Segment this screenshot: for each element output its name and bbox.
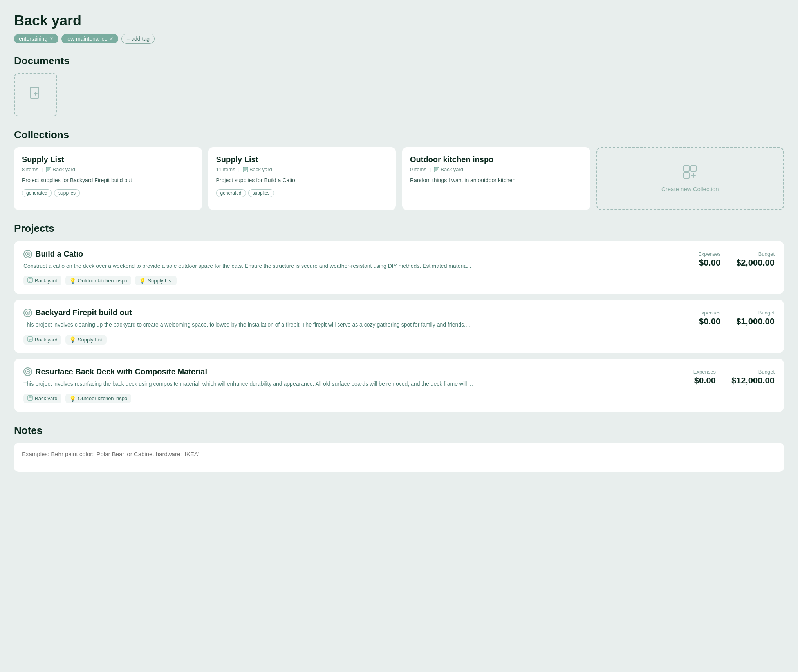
collection-count-0: 8 items: [22, 166, 38, 172]
project-expenses-2: Expenses $0.00: [693, 369, 716, 386]
collection-meta-0: 8 items | Back yard: [22, 166, 194, 172]
collection-title-2: Outdoor kitchen inspo: [410, 155, 582, 164]
bulb-icon: 💡: [139, 278, 146, 284]
project-links-1: Back yard 💡 Supply List: [23, 335, 690, 345]
tag-entertaining-remove[interactable]: ✕: [49, 36, 54, 42]
collection-desc-0: Project supplies for Backyard Firepit bu…: [22, 176, 194, 184]
project-expenses-1: Expenses $0.00: [698, 310, 720, 327]
collection-meta-1: 11 items | Back yard: [216, 166, 388, 172]
collection-desc-2: Random things I want in an outdoor kitch…: [410, 176, 582, 184]
project-link[interactable]: 💡 Supply List: [135, 276, 177, 285]
expenses-value-0: $0.00: [699, 258, 720, 268]
project-right-1: Expenses $0.00 Budget $1,000.00: [698, 308, 775, 327]
project-expenses-0: Expenses $0.00: [698, 251, 720, 268]
collections-grid: Supply List 8 items | Back yard Project …: [14, 147, 784, 210]
project-link[interactable]: 💡 Supply List: [65, 335, 107, 345]
project-card-2[interactable]: Resurface Back Deck with Composite Mater…: [14, 359, 784, 412]
collection-card-2[interactable]: Outdoor kitchen inspo 0 items | Back yar…: [402, 147, 590, 210]
collection-tags-1: generated supplies: [216, 189, 388, 197]
project-budget-2: Budget $12,000.00: [731, 369, 775, 386]
coll-tag: generated: [216, 189, 246, 197]
project-budget-0: Budget $2,000.00: [736, 251, 775, 268]
expenses-label-2: Expenses: [693, 369, 716, 375]
tag-entertaining-label: entertaining: [19, 36, 47, 42]
svg-rect-0: [30, 87, 39, 98]
project-left-1: Backyard Firepit build out This project …: [23, 308, 690, 344]
project-links-0: Back yard 💡 Outdoor kitchen inspo 💡 Supp…: [23, 276, 690, 285]
project-name-0: Build a Catio: [35, 249, 83, 258]
project-link[interactable]: 💡 Outdoor kitchen inspo: [65, 394, 131, 403]
svg-rect-15: [684, 166, 689, 171]
documents-title: Documents: [14, 55, 784, 67]
collections-section: Collections Supply List 8 items | Back y…: [14, 129, 784, 210]
expenses-label-0: Expenses: [698, 251, 720, 257]
project-link[interactable]: Back yard: [23, 276, 61, 285]
notes-input[interactable]: [14, 443, 784, 472]
project-budget-1: Budget $1,000.00: [736, 310, 775, 327]
collection-title-0: Supply List: [22, 155, 194, 164]
location-icon: [27, 277, 33, 284]
project-desc-2: This project involves resurfacing the ba…: [23, 379, 686, 388]
tag-low-maintenance-remove[interactable]: ✕: [109, 36, 114, 42]
bulb-icon: 💡: [69, 396, 76, 402]
tag-low-maintenance-label: low maintenance: [66, 36, 107, 42]
project-link[interactable]: Back yard: [23, 335, 61, 345]
budget-label-1: Budget: [758, 310, 775, 316]
svg-rect-16: [691, 166, 696, 171]
project-left-0: Build a Catio Construct a catio on the d…: [23, 249, 690, 285]
project-left-2: Resurface Back Deck with Composite Mater…: [23, 367, 686, 403]
tag-low-maintenance: low maintenance ✕: [61, 34, 118, 43]
collection-card-0[interactable]: Supply List 8 items | Back yard Project …: [14, 147, 202, 210]
project-status-icon-0: [23, 250, 32, 258]
expenses-value-1: $0.00: [699, 316, 720, 327]
svg-point-33: [27, 371, 29, 372]
notes-title: Notes: [14, 425, 784, 437]
add-document-icon: [29, 87, 42, 103]
location-icon: [27, 395, 33, 402]
svg-point-21: [27, 253, 29, 255]
collection-desc-1: Project supplies for Build a Catio: [216, 176, 388, 184]
budget-value-0: $2,000.00: [736, 258, 775, 268]
project-card-0[interactable]: Build a Catio Construct a catio on the d…: [14, 241, 784, 294]
collections-title: Collections: [14, 129, 784, 141]
collection-title-1: Supply List: [216, 155, 388, 164]
add-document-card[interactable]: [14, 73, 57, 116]
collection-card-1[interactable]: Supply List 11 items | Back yard Project…: [208, 147, 396, 210]
coll-tag: generated: [22, 189, 52, 197]
documents-section: Documents: [14, 55, 784, 116]
coll-tag: supplies: [54, 189, 80, 197]
expenses-label-1: Expenses: [698, 310, 720, 316]
budget-label-0: Budget: [758, 251, 775, 257]
budget-value-1: $1,000.00: [736, 316, 775, 327]
budget-label-2: Budget: [758, 369, 775, 375]
create-collection-icon: [683, 165, 697, 182]
tag-entertaining: entertaining ✕: [14, 34, 58, 43]
project-link[interactable]: 💡 Outdoor kitchen inspo: [65, 276, 131, 285]
project-link[interactable]: Back yard: [23, 394, 61, 403]
svg-rect-17: [684, 173, 689, 178]
create-new-collection-card[interactable]: Create new Collection: [596, 147, 784, 210]
coll-tag: supplies: [248, 189, 274, 197]
collection-location-0: Back yard: [46, 166, 75, 172]
expenses-value-2: $0.00: [694, 376, 716, 386]
budget-value-2: $12,000.00: [731, 376, 775, 386]
page-title: Back yard: [14, 13, 784, 29]
project-desc-1: This project involves cleaning up the ba…: [23, 320, 690, 329]
collection-count-1: 11 items: [216, 166, 235, 172]
project-name-2: Resurface Back Deck with Composite Mater…: [35, 367, 207, 376]
project-status-icon-1: [23, 309, 32, 317]
collection-location-1: Back yard: [243, 166, 272, 172]
notes-section: Notes: [14, 425, 784, 473]
projects-title: Projects: [14, 222, 784, 235]
create-new-collection-label: Create new Collection: [661, 186, 719, 192]
svg-point-27: [27, 312, 29, 314]
collection-count-2: 0 items: [410, 166, 426, 172]
collection-location-2: Back yard: [434, 166, 463, 172]
project-card-1[interactable]: Backyard Firepit build out This project …: [14, 300, 784, 353]
collection-meta-2: 0 items | Back yard: [410, 166, 582, 172]
project-right-0: Expenses $0.00 Budget $2,000.00: [698, 249, 775, 268]
project-right-2: Expenses $0.00 Budget $12,000.00: [693, 367, 775, 386]
add-tag-button[interactable]: + add tag: [121, 34, 155, 44]
project-links-2: Back yard 💡 Outdoor kitchen inspo: [23, 394, 686, 403]
project-desc-0: Construct a catio on the deck over a wee…: [23, 262, 690, 270]
